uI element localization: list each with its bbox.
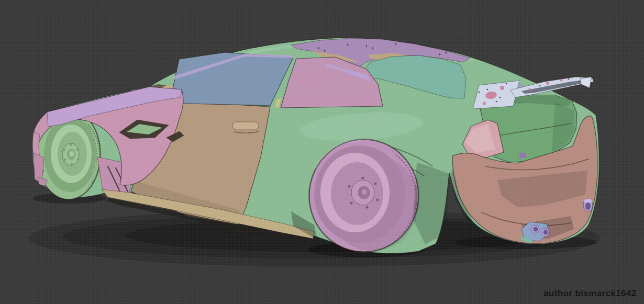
viewport: author bismarck1642 bbox=[0, 0, 644, 304]
exhaust-bore-mid bbox=[543, 230, 548, 235]
rear-wheel bbox=[309, 139, 419, 252]
door-handle bbox=[232, 122, 259, 130]
author-credit: author bismarck1642 bbox=[543, 288, 637, 298]
exhaust-bore-right bbox=[585, 202, 591, 210]
trunk-badge bbox=[519, 153, 526, 158]
exhaust-tip-right-ring bbox=[584, 199, 592, 203]
rear-center-cap bbox=[362, 189, 367, 195]
exhaust-bore-left bbox=[534, 227, 538, 232]
car-render: author bismarck1642 bbox=[0, 0, 644, 304]
front-center-cap bbox=[70, 151, 74, 156]
